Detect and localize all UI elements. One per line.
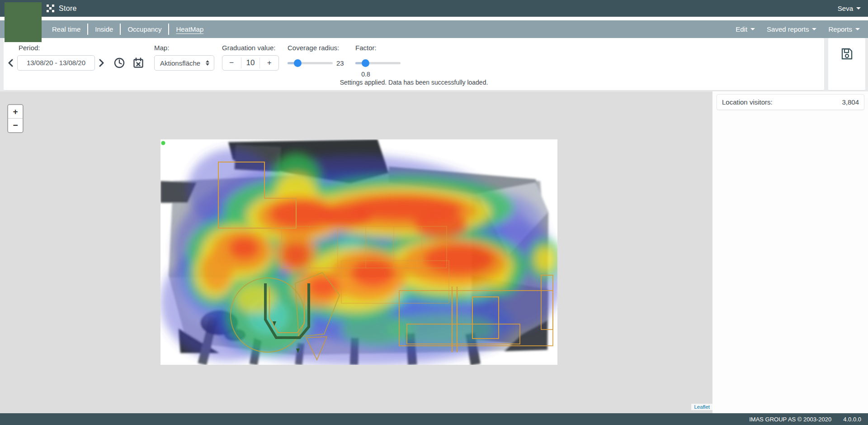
- location-visitors-label: Location visitors:: [722, 98, 773, 106]
- caret-down-icon: [812, 28, 816, 30]
- period-label: Period:: [19, 44, 40, 52]
- location-visitors-value: 3,804: [842, 98, 859, 106]
- chevron-right-icon[interactable]: [98, 55, 106, 71]
- coverage-radius-value: 23: [336, 59, 344, 67]
- leaflet-link[interactable]: Leaflet: [694, 404, 710, 410]
- green-dot-marker: [161, 141, 165, 145]
- controls-card: Period: 13/08/20 - 13/08/20 Map: Aktions…: [4, 38, 824, 91]
- coverage-radius-slider[interactable]: [288, 55, 333, 71]
- tab-bar: Real time Inside Occupancy HeatMap Edit …: [0, 20, 868, 38]
- tab-inside[interactable]: Inside: [88, 25, 120, 33]
- map-select[interactable]: Aktionsfläche: [154, 55, 214, 71]
- tab-occupancy[interactable]: Occupancy: [121, 25, 168, 33]
- location-visitors-card: Location visitors: 3,804: [717, 94, 864, 110]
- zoom-out-button[interactable]: −: [8, 119, 23, 132]
- factor-slider[interactable]: [355, 55, 401, 71]
- zoom-in-button[interactable]: +: [8, 105, 23, 119]
- top-bar: Store Seva: [0, 0, 868, 17]
- caret-down-icon: [855, 28, 860, 30]
- map-viewport[interactable]: + −: [0, 91, 712, 413]
- user-menu[interactable]: Seva: [838, 0, 861, 17]
- slider-thumb[interactable]: [362, 59, 369, 67]
- reports-menu[interactable]: Reports: [828, 25, 860, 33]
- store-heatmap-image: [160, 139, 557, 365]
- tab-heatmap[interactable]: HeatMap: [169, 25, 210, 33]
- period-date-input[interactable]: 13/08/20 - 13/08/20: [17, 55, 95, 71]
- edit-menu[interactable]: Edit: [736, 25, 755, 33]
- graduation-value: 10: [241, 56, 260, 70]
- graduation-label: Graduation value:: [222, 44, 275, 52]
- caret-down-icon: [750, 28, 755, 30]
- saved-reports-menu[interactable]: Saved reports: [767, 25, 816, 33]
- factor-label: Factor:: [355, 44, 377, 52]
- controls-band: Period: 13/08/20 - 13/08/20 Map: Aktions…: [0, 38, 868, 91]
- footer-version: 4.0.0.0: [843, 416, 861, 423]
- chevron-left-icon[interactable]: [6, 55, 14, 71]
- map-attribution: Leaflet: [691, 404, 712, 410]
- footer-copyright: IMAS GROUP AS © 2003-2020: [749, 416, 831, 423]
- tab-real-time[interactable]: Real time: [45, 25, 87, 33]
- coverage-radius-label: Coverage radius:: [288, 44, 339, 52]
- user-name: Seva: [838, 5, 853, 12]
- brand-logo: [5, 2, 42, 42]
- side-panel: Location visitors: 3,804: [712, 91, 868, 413]
- slider-thumb[interactable]: [294, 59, 302, 67]
- graduation-decrease-button[interactable]: −: [222, 56, 241, 70]
- map-label: Map:: [154, 44, 169, 52]
- grid-squares-icon: [47, 5, 54, 12]
- graduation-stepper: − 10 +: [222, 55, 279, 71]
- status-message: Settings applied. Data has been successf…: [4, 79, 824, 86]
- clock-icon[interactable]: [113, 56, 126, 70]
- app-title: Store: [59, 5, 77, 13]
- save-icon[interactable]: [840, 47, 854, 61]
- caret-down-icon: [856, 7, 861, 10]
- graduation-increase-button[interactable]: +: [260, 56, 278, 70]
- factor-value: 0.8: [355, 71, 376, 78]
- footer-bar: IMAS GROUP AS © 2003-2020 4.0.0.0: [0, 413, 868, 425]
- calendar-clear-icon[interactable]: [132, 56, 145, 70]
- select-updown-icon: [206, 60, 209, 66]
- save-card: [828, 38, 865, 91]
- map-zoom-control: + −: [7, 104, 24, 133]
